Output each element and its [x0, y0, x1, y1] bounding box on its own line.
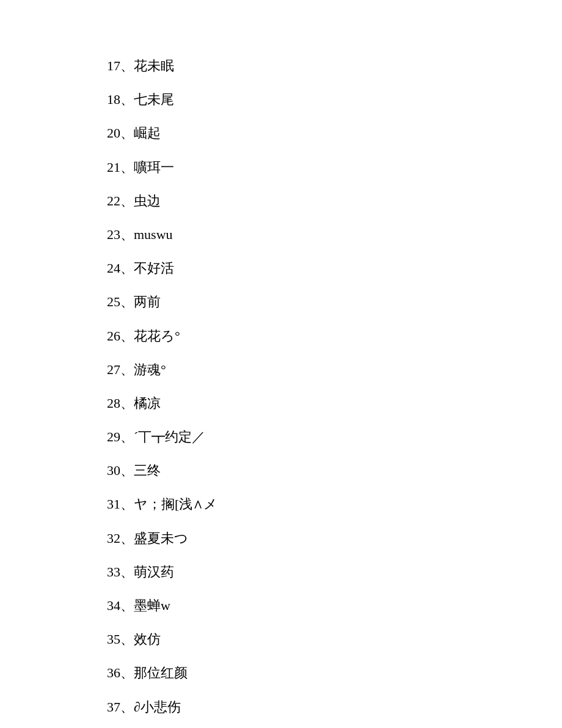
list-item: 24、不好活: [107, 251, 455, 285]
list-container: 17、花未眠18、七未尾20、崛起21、嚝珥一22、虫边23、muswu24、不…: [107, 49, 455, 728]
list-item: 38、Lu0幕XE幕: [107, 724, 455, 728]
list-item: 37、∂小悲伤: [107, 690, 455, 724]
list-item: 23、muswu: [107, 218, 455, 251]
list-item: 34、墨蝉w: [107, 589, 455, 622]
list-item: 22、虫边: [107, 184, 455, 218]
list-item: 35、效仿: [107, 622, 455, 656]
list-item: 31、ヤ；搁[浅∧メ: [107, 487, 455, 521]
list-item: 28、橘凉: [107, 386, 455, 420]
list-item: 21、嚝珥一: [107, 150, 455, 184]
list-item: 36、那位红颜: [107, 656, 455, 689]
list-item: 17、花未眠: [107, 49, 455, 83]
list-item: 30、三终: [107, 454, 455, 487]
list-item: 18、七未尾: [107, 83, 455, 116]
list-item: 20、崛起: [107, 116, 455, 150]
page-container: 17、花未眠18、七未尾20、崛起21、嚝珥一22、虫边23、muswu24、不…: [0, 0, 562, 728]
list-item: 29、´丅┳约定／: [107, 420, 455, 454]
list-item: 27、游魂°: [107, 353, 455, 386]
list-item: 32、盛夏未つ: [107, 521, 455, 555]
list-item: 26、花花ろ°: [107, 319, 455, 353]
list-item: 33、萌汉药: [107, 555, 455, 589]
list-item: 25、两前: [107, 285, 455, 318]
